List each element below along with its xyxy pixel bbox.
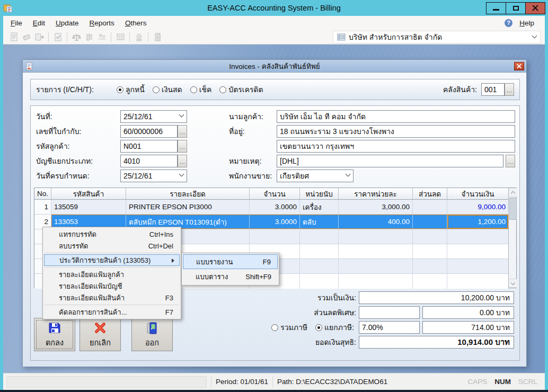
cell-amount-selected[interactable]: 1,200.00 — [447, 215, 508, 229]
warehouse-browse-button[interactable] — [505, 83, 514, 96]
customer-code-input[interactable] — [120, 140, 178, 153]
col-header-amount: จำนวนเงิน — [447, 188, 508, 199]
radio-vat-excluded[interactable]: แยกภาษี: — [315, 322, 354, 333]
col-header-discount: ส่วนลด — [413, 188, 447, 199]
cell-quantity[interactable]: 3.0000 — [250, 200, 300, 214]
date-input[interactable] — [120, 110, 187, 123]
gl-account-browse-button[interactable] — [178, 155, 187, 167]
toolbar-scales-icon[interactable] — [70, 31, 82, 43]
subtotal-label: รวมเป็นเงิน: — [317, 292, 356, 304]
customer-name-input[interactable] — [277, 110, 515, 123]
scrollbar-thumb[interactable] — [509, 198, 517, 220]
ok-button[interactable]: ตกลง — [34, 318, 75, 351]
toolbar-printer-icon[interactable] — [133, 31, 145, 43]
menu-item-insert-row[interactable]: แทรกบรรทัด Ctrl+Ins — [44, 228, 180, 240]
remark-browse-button[interactable] — [506, 155, 515, 167]
toolbar-new-document-icon[interactable] — [8, 31, 20, 43]
company-selector[interactable]: บริษัท สำหรับการสาธิต จำกัด — [333, 31, 541, 43]
toolbar-book-transfer-icon[interactable] — [33, 31, 45, 43]
app-window: EASY-ACC Accounting System - Billing Fil… — [0, 0, 548, 392]
cell-discount[interactable] — [413, 200, 447, 214]
menu-separator — [45, 253, 179, 253]
menu-item-product-file-detail[interactable]: รายละเอียดแฟ้มสินค้า F3 — [44, 292, 180, 304]
cell-description[interactable]: PRINTER EPSON PI3000 — [126, 200, 250, 214]
radio-cash[interactable]: เงินสด — [153, 84, 182, 95]
row-number: 1 — [34, 200, 51, 214]
invoice-no-browse-button[interactable] — [178, 125, 187, 138]
radio-credit-customer[interactable]: ลูกหนี้ — [117, 84, 145, 95]
special-discount-input[interactable] — [359, 306, 420, 319]
remark-input[interactable] — [277, 155, 503, 167]
salesperson-select[interactable] — [277, 170, 353, 182]
menu-edit[interactable]: Edit — [28, 18, 50, 28]
app-icon — [3, 3, 13, 13]
menu-item-account-file-detail[interactable]: รายละเอียดแฟ้มบัญชี — [44, 280, 180, 292]
menu-item-customer-file-detail[interactable]: รายละเอียดแฟ้มลูกค้า — [44, 269, 180, 280]
menu-item-sales-history[interactable]: ประวัติการขายสินค้า (133053) — [44, 254, 180, 266]
window-frame: File Edit Update Reports Others Help — [3, 16, 545, 390]
submenu-item-report-view[interactable]: แบบรายงาน F9 — [183, 254, 278, 269]
gl-account-input[interactable] — [120, 155, 178, 167]
radio-cheque[interactable]: เช็ค — [190, 84, 212, 95]
toolbar-checklist-icon[interactable] — [52, 31, 64, 43]
customer-code-label: รหัสลูกค้า: — [36, 140, 120, 152]
window-title: EASY-ACC Accounting System - Billing — [0, 4, 548, 12]
toolbar-separator — [129, 32, 130, 42]
close-button[interactable] — [525, 2, 545, 14]
cell-unit-price[interactable]: 3,000.00 — [339, 200, 413, 214]
vat-rate-input[interactable] — [359, 321, 420, 334]
cell-unit-price[interactable]: 400.00 — [339, 215, 413, 229]
menu-help[interactable]: Help — [514, 18, 540, 28]
due-date-input[interactable] — [120, 170, 187, 182]
menu-others[interactable]: Others — [120, 18, 152, 28]
menu-file[interactable]: File — [5, 18, 28, 28]
radio-label: รวมภาษี — [280, 322, 307, 333]
customer-code-browse-button[interactable] — [178, 140, 187, 153]
cancel-button-label: ยกเลิก — [90, 336, 111, 349]
minimize-button[interactable] — [486, 2, 506, 14]
remark-label: หมายเหตุ: — [229, 155, 277, 167]
company-name: บริษัท สำหรับการสาธิต จำกัด — [349, 31, 442, 43]
table-row[interactable]: 1 135059 PRINTER EPSON PI3000 3.0000 เคร… — [34, 200, 508, 215]
help-icon — [505, 19, 512, 27]
address-line2-input[interactable] — [277, 140, 515, 153]
cancel-button[interactable]: ยกเลิก — [79, 318, 121, 351]
maximize-button[interactable] — [506, 2, 526, 14]
radio-icon — [219, 86, 226, 93]
submenu-item-table-view[interactable]: แบบตาราง Shift+F9 — [183, 269, 278, 284]
cell-discount[interactable] — [413, 215, 447, 229]
menu-item-copy-items[interactable]: คัดลอกรายการสินค้า... F7 — [44, 306, 180, 318]
cell-unit[interactable]: เครื่อง — [300, 200, 339, 214]
cell-amount[interactable]: 9,000.00 — [447, 200, 508, 214]
menu-item-delete-row[interactable]: ลบบรรทัด Ctrl+Del — [44, 240, 180, 252]
menu-update[interactable]: Update — [50, 18, 84, 28]
doc-type-label: รายการ (I/C/H/T): — [36, 84, 117, 95]
invoice-no-input[interactable] — [120, 125, 178, 138]
num-lock-indicator: NUM — [494, 378, 511, 386]
address-line1-input[interactable] — [277, 125, 515, 138]
menu-bar: File Edit Update Reports Others Help — [3, 16, 545, 30]
scroll-down-button[interactable] — [509, 279, 517, 288]
special-discount-label: ส่วนลดพิเศษ: — [314, 307, 356, 318]
menu-item-shortcut: Ctrl+Ins — [142, 230, 173, 238]
toolbar-tag-icon[interactable] — [21, 31, 32, 43]
col-header-no: No. — [34, 188, 51, 199]
exit-button[interactable]: ออก — [131, 318, 173, 351]
cell-code[interactable]: 135059 — [51, 200, 126, 214]
grid-scrollbar[interactable] — [508, 188, 516, 288]
radio-credit-card[interactable]: บัตรเครดิต — [219, 84, 263, 95]
radio-vat-included[interactable]: รวมภาษี — [271, 322, 307, 333]
menu-reports[interactable]: Reports — [84, 18, 120, 28]
scroll-up-button[interactable] — [509, 188, 517, 197]
toolbar-table-icon[interactable] — [114, 31, 126, 43]
cell-quantity[interactable]: 3.0000 — [250, 215, 300, 229]
toolbar-inventory-box-icon[interactable] — [83, 31, 95, 43]
toolbar-contacts-icon[interactable] — [96, 31, 108, 43]
warehouse-input[interactable] — [481, 83, 505, 96]
menu-item-label: แบบตาราง — [196, 271, 228, 282]
cell-unit[interactable]: ตลับ — [300, 215, 339, 229]
toolbar-exit-door-icon[interactable] — [152, 31, 163, 43]
save-icon — [48, 321, 61, 335]
bottom-edge — [0, 390, 548, 392]
dialog-close-button[interactable] — [514, 62, 524, 70]
